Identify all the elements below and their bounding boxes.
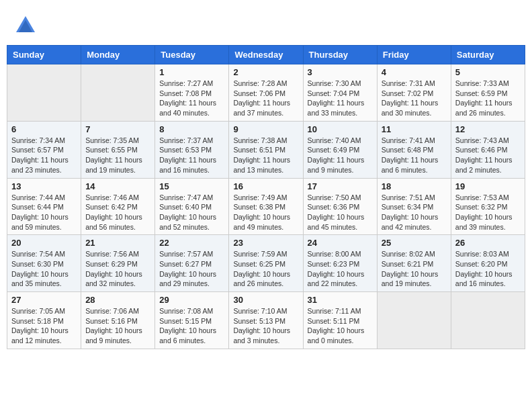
day-info: Sunrise: 7:37 AM Sunset: 6:53 PM Dayligh… — [159, 136, 224, 175]
day-info: Sunrise: 7:47 AM Sunset: 6:40 PM Dayligh… — [159, 193, 224, 232]
calendar-cell: 2Sunrise: 7:28 AM Sunset: 7:06 PM Daylig… — [229, 64, 303, 122]
calendar-cell: 22Sunrise: 7:57 AM Sunset: 6:27 PM Dayli… — [155, 235, 229, 292]
day-info: Sunrise: 7:43 AM Sunset: 6:46 PM Dayligh… — [455, 136, 521, 175]
calendar-cell: 1Sunrise: 7:27 AM Sunset: 7:08 PM Daylig… — [155, 64, 229, 122]
day-number: 28 — [85, 295, 150, 305]
day-info: Sunrise: 7:06 AM Sunset: 5:16 PM Dayligh… — [85, 306, 150, 346]
day-number: 22 — [159, 238, 224, 248]
day-info: Sunrise: 7:54 AM Sunset: 6:30 PM Dayligh… — [11, 249, 77, 289]
day-info: Sunrise: 7:57 AM Sunset: 6:27 PM Dayligh… — [159, 249, 224, 289]
calendar-header-thursday: Thursday — [303, 46, 377, 64]
day-number: 16 — [233, 181, 298, 191]
day-info: Sunrise: 7:08 AM Sunset: 5:15 PM Dayligh… — [159, 306, 224, 346]
day-info: Sunrise: 7:40 AM Sunset: 6:49 PM Dayligh… — [308, 136, 373, 175]
calendar-cell: 7Sunrise: 7:35 AM Sunset: 6:55 PM Daylig… — [81, 121, 155, 178]
day-number: 29 — [159, 295, 224, 305]
day-info: Sunrise: 7:38 AM Sunset: 6:51 PM Dayligh… — [233, 136, 298, 175]
calendar-cell: 9Sunrise: 7:38 AM Sunset: 6:51 PM Daylig… — [229, 121, 303, 178]
day-info: Sunrise: 7:44 AM Sunset: 6:44 PM Dayligh… — [11, 193, 77, 232]
day-number: 2 — [233, 67, 298, 77]
calendar-cell: 31Sunrise: 7:11 AM Sunset: 5:11 PM Dayli… — [303, 292, 377, 349]
day-number: 21 — [85, 238, 150, 248]
calendar-week-row: 6Sunrise: 7:34 AM Sunset: 6:57 PM Daylig… — [7, 121, 525, 178]
day-info: Sunrise: 7:49 AM Sunset: 6:38 PM Dayligh… — [233, 193, 298, 232]
calendar-cell: 4Sunrise: 7:31 AM Sunset: 7:02 PM Daylig… — [377, 64, 451, 122]
calendar-cell: 5Sunrise: 7:33 AM Sunset: 6:59 PM Daylig… — [451, 64, 525, 122]
day-number: 5 — [455, 67, 521, 77]
day-number: 30 — [233, 295, 298, 305]
day-number: 14 — [85, 181, 150, 191]
day-number: 6 — [11, 124, 77, 134]
calendar-header-sunday: Sunday — [7, 46, 81, 64]
day-info: Sunrise: 8:00 AM Sunset: 6:23 PM Dayligh… — [308, 249, 373, 289]
day-number: 12 — [455, 124, 521, 134]
day-info: Sunrise: 7:50 AM Sunset: 6:36 PM Dayligh… — [308, 193, 373, 232]
calendar-cell: 21Sunrise: 7:56 AM Sunset: 6:29 PM Dayli… — [81, 235, 155, 292]
calendar-cell: 11Sunrise: 7:41 AM Sunset: 6:48 PM Dayli… — [377, 121, 451, 178]
calendar-header-row: SundayMondayTuesdayWednesdayThursdayFrid… — [7, 46, 525, 64]
calendar-header-wednesday: Wednesday — [229, 46, 303, 64]
calendar-cell: 19Sunrise: 7:53 AM Sunset: 6:32 PM Dayli… — [451, 178, 525, 235]
calendar-cell: 10Sunrise: 7:40 AM Sunset: 6:49 PM Dayli… — [303, 121, 377, 178]
page-header — [7, 7, 525, 41]
calendar-cell: 8Sunrise: 7:37 AM Sunset: 6:53 PM Daylig… — [155, 121, 229, 178]
calendar-cell: 20Sunrise: 7:54 AM Sunset: 6:30 PM Dayli… — [7, 235, 81, 292]
day-number: 4 — [382, 67, 447, 77]
calendar-cell: 23Sunrise: 7:59 AM Sunset: 6:25 PM Dayli… — [229, 235, 303, 292]
calendar-cell: 15Sunrise: 7:47 AM Sunset: 6:40 PM Dayli… — [155, 178, 229, 235]
calendar-cell: 13Sunrise: 7:44 AM Sunset: 6:44 PM Dayli… — [7, 178, 81, 235]
day-info: Sunrise: 7:35 AM Sunset: 6:55 PM Dayligh… — [85, 136, 150, 175]
day-number: 31 — [308, 295, 373, 305]
day-number: 13 — [11, 181, 77, 191]
calendar-cell: 24Sunrise: 8:00 AM Sunset: 6:23 PM Dayli… — [303, 235, 377, 292]
day-info: Sunrise: 7:28 AM Sunset: 7:06 PM Dayligh… — [233, 79, 298, 118]
calendar-cell — [377, 292, 451, 349]
day-info: Sunrise: 7:27 AM Sunset: 7:08 PM Dayligh… — [159, 79, 224, 118]
calendar-cell: 26Sunrise: 8:03 AM Sunset: 6:20 PM Dayli… — [451, 235, 525, 292]
day-info: Sunrise: 8:03 AM Sunset: 6:20 PM Dayligh… — [455, 249, 521, 289]
calendar-header-tuesday: Tuesday — [155, 46, 229, 64]
calendar-cell: 14Sunrise: 7:46 AM Sunset: 6:42 PM Dayli… — [81, 178, 155, 235]
calendar-header-monday: Monday — [81, 46, 155, 64]
calendar-cell: 12Sunrise: 7:43 AM Sunset: 6:46 PM Dayli… — [451, 121, 525, 178]
day-info: Sunrise: 7:46 AM Sunset: 6:42 PM Dayligh… — [85, 193, 150, 232]
calendar-cell: 25Sunrise: 8:02 AM Sunset: 6:21 PM Dayli… — [377, 235, 451, 292]
calendar-week-row: 1Sunrise: 7:27 AM Sunset: 7:08 PM Daylig… — [7, 64, 525, 122]
calendar-table: SundayMondayTuesdayWednesdayThursdayFrid… — [7, 45, 525, 349]
day-number: 3 — [308, 67, 373, 77]
logo-icon — [13, 13, 38, 38]
calendar-cell: 17Sunrise: 7:50 AM Sunset: 6:36 PM Dayli… — [303, 178, 377, 235]
day-info: Sunrise: 7:51 AM Sunset: 6:34 PM Dayligh… — [382, 193, 447, 232]
logo — [13, 13, 40, 38]
calendar-header-friday: Friday — [377, 46, 451, 64]
calendar-week-row: 13Sunrise: 7:44 AM Sunset: 6:44 PM Dayli… — [7, 178, 525, 235]
calendar-cell — [81, 64, 155, 122]
day-number: 17 — [308, 181, 373, 191]
day-number: 11 — [382, 124, 447, 134]
calendar-week-row: 27Sunrise: 7:05 AM Sunset: 5:18 PM Dayli… — [7, 292, 525, 349]
day-number: 20 — [11, 238, 77, 248]
day-number: 23 — [233, 238, 298, 248]
calendar-cell: 27Sunrise: 7:05 AM Sunset: 5:18 PM Dayli… — [7, 292, 81, 349]
day-number: 27 — [11, 295, 77, 305]
day-number: 25 — [382, 238, 447, 248]
calendar-cell — [451, 292, 525, 349]
day-info: Sunrise: 7:59 AM Sunset: 6:25 PM Dayligh… — [233, 249, 298, 289]
day-number: 24 — [308, 238, 373, 248]
day-info: Sunrise: 7:41 AM Sunset: 6:48 PM Dayligh… — [382, 136, 447, 175]
calendar-cell: 29Sunrise: 7:08 AM Sunset: 5:15 PM Dayli… — [155, 292, 229, 349]
day-info: Sunrise: 7:05 AM Sunset: 5:18 PM Dayligh… — [11, 306, 77, 346]
day-number: 19 — [455, 181, 521, 191]
day-info: Sunrise: 7:30 AM Sunset: 7:04 PM Dayligh… — [308, 79, 373, 118]
day-number: 26 — [455, 238, 521, 248]
day-info: Sunrise: 7:10 AM Sunset: 5:13 PM Dayligh… — [233, 306, 298, 346]
calendar-cell: 28Sunrise: 7:06 AM Sunset: 5:16 PM Dayli… — [81, 292, 155, 349]
day-info: Sunrise: 7:11 AM Sunset: 5:11 PM Dayligh… — [308, 306, 373, 346]
calendar-cell: 16Sunrise: 7:49 AM Sunset: 6:38 PM Dayli… — [229, 178, 303, 235]
day-number: 7 — [85, 124, 150, 134]
day-info: Sunrise: 7:31 AM Sunset: 7:02 PM Dayligh… — [382, 79, 447, 118]
day-info: Sunrise: 8:02 AM Sunset: 6:21 PM Dayligh… — [382, 249, 447, 289]
day-number: 15 — [159, 181, 224, 191]
calendar-cell: 18Sunrise: 7:51 AM Sunset: 6:34 PM Dayli… — [377, 178, 451, 235]
calendar-cell: 3Sunrise: 7:30 AM Sunset: 7:04 PM Daylig… — [303, 64, 377, 122]
